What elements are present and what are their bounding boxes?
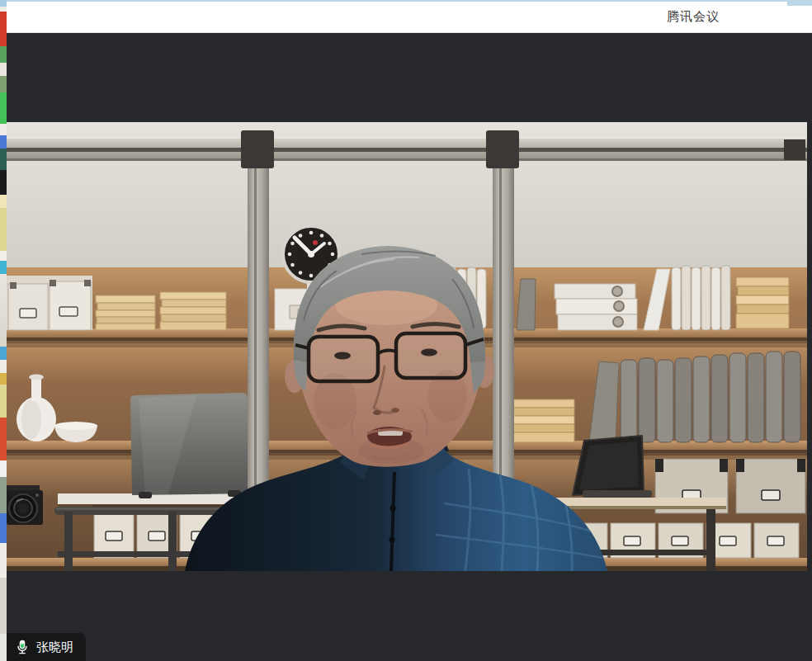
participant-name: 张晓明 (36, 640, 73, 655)
white-books-right (644, 266, 730, 330)
laptop (130, 393, 248, 498)
gray-books-right (589, 352, 800, 442)
rail-end-cap (784, 139, 805, 160)
background-window-sliver (0, 0, 7, 661)
participant-name-badge: 张晓明 (7, 633, 86, 661)
participant-video-tile[interactable] (7, 122, 807, 571)
mouth (367, 427, 413, 448)
binders-right (517, 279, 637, 330)
storage-boxes-left (7, 276, 92, 330)
flat-book-stacks-left (96, 292, 226, 330)
tan-book-stack-right-top (736, 277, 789, 328)
metal-top-rail (7, 137, 807, 161)
right-post-connector (486, 130, 519, 168)
meeting-window: 腾讯会议 (0, 0, 812, 661)
window-title: 腾讯会议 (667, 9, 720, 25)
virtual-background-and-participant (7, 122, 807, 571)
meeting-stage (7, 33, 812, 661)
window-titlebar[interactable]: 腾讯会议 (7, 2, 812, 33)
tan-book-stack-right-mid (512, 399, 574, 442)
left-post-connector (241, 130, 274, 168)
camera (7, 485, 43, 525)
tablet-on-stand (573, 436, 652, 498)
microphone-icon (15, 639, 30, 655)
background-window-corner (787, 0, 812, 6)
